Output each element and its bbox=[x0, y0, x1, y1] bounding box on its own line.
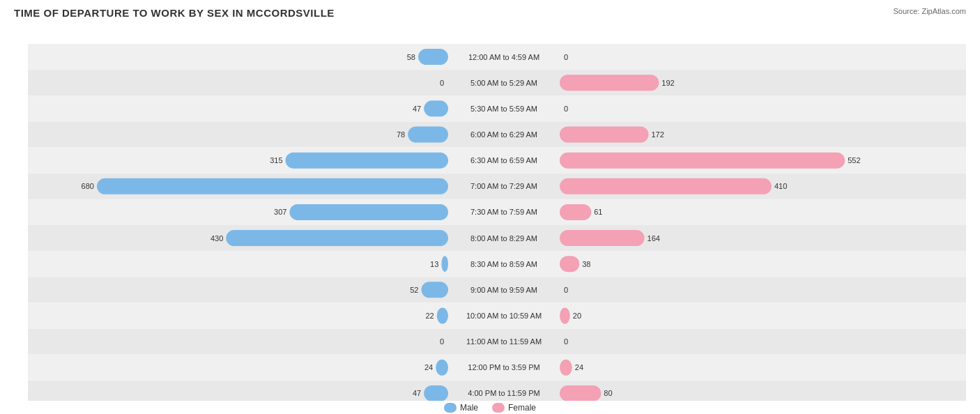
svg-text:47: 47 bbox=[413, 105, 421, 113]
svg-text:410: 410 bbox=[774, 182, 787, 190]
svg-text:0: 0 bbox=[564, 105, 568, 113]
svg-text:20: 20 bbox=[573, 312, 581, 320]
svg-rect-60 bbox=[437, 307, 448, 323]
svg-rect-27 bbox=[560, 126, 648, 142]
svg-text:0: 0 bbox=[440, 79, 444, 87]
svg-text:5:30 AM to 5:59 AM: 5:30 AM to 5:59 AM bbox=[470, 105, 537, 113]
svg-text:7:30 AM to 7:59 AM: 7:30 AM to 7:59 AM bbox=[470, 208, 537, 216]
svg-rect-36 bbox=[97, 178, 448, 194]
svg-text:680: 680 bbox=[82, 182, 94, 190]
svg-text:61: 61 bbox=[594, 208, 602, 216]
svg-rect-52 bbox=[560, 256, 579, 272]
svg-rect-32 bbox=[560, 153, 845, 169]
female-legend-color bbox=[492, 403, 505, 413]
svg-text:307: 307 bbox=[274, 208, 286, 216]
svg-text:6:00 AM to 6:29 AM: 6:00 AM to 6:29 AM bbox=[470, 130, 537, 139]
svg-text:11:00 AM to 11:59 AM: 11:00 AM to 11:59 AM bbox=[466, 337, 542, 346]
male-legend-label: Male bbox=[460, 403, 478, 413]
svg-text:6:30 AM to 6:59 AM: 6:30 AM to 6:59 AM bbox=[470, 156, 537, 164]
svg-text:0: 0 bbox=[564, 53, 568, 61]
svg-text:12:00 AM to 4:59 AM: 12:00 AM to 4:59 AM bbox=[468, 53, 539, 61]
svg-rect-68 bbox=[436, 360, 448, 376]
svg-rect-56 bbox=[421, 282, 448, 298]
svg-rect-31 bbox=[286, 153, 448, 169]
svg-text:12:00 PM to 3:59 PM: 12:00 PM to 3:59 PM bbox=[468, 363, 539, 371]
svg-text:192: 192 bbox=[661, 79, 674, 87]
svg-text:164: 164 bbox=[648, 234, 660, 243]
svg-text:315: 315 bbox=[270, 156, 282, 164]
svg-text:38: 38 bbox=[582, 260, 590, 268]
svg-text:552: 552 bbox=[848, 156, 860, 164]
female-legend-item: Female bbox=[492, 403, 536, 413]
svg-rect-41 bbox=[289, 204, 448, 220]
svg-rect-73 bbox=[424, 385, 448, 401]
svg-rect-22 bbox=[424, 100, 448, 116]
svg-rect-74 bbox=[560, 385, 601, 401]
female-legend-label: Female bbox=[508, 403, 536, 413]
svg-text:4:00 PM to 11:59 PM: 4:00 PM to 11:59 PM bbox=[468, 389, 539, 397]
svg-rect-46 bbox=[226, 230, 448, 246]
svg-text:8:00 AM to 8:29 AM: 8:00 AM to 8:29 AM bbox=[470, 234, 537, 243]
svg-text:80: 80 bbox=[604, 389, 612, 397]
svg-text:52: 52 bbox=[410, 286, 418, 294]
svg-text:430: 430 bbox=[210, 234, 223, 243]
svg-text:7:00 AM to 7:29 AM: 7:00 AM to 7:29 AM bbox=[470, 182, 537, 190]
svg-rect-18 bbox=[560, 75, 659, 91]
chart-title: TIME OF DEPARTURE TO WORK BY SEX IN MCCO… bbox=[14, 7, 966, 19]
svg-rect-37 bbox=[560, 178, 772, 194]
svg-text:0: 0 bbox=[440, 337, 444, 346]
svg-text:0: 0 bbox=[564, 286, 568, 294]
svg-rect-14 bbox=[418, 49, 448, 65]
svg-text:24: 24 bbox=[575, 363, 583, 371]
chart-legend: Male Female bbox=[444, 403, 536, 413]
svg-text:78: 78 bbox=[397, 130, 405, 139]
source-label: Source: ZipAtlas.com bbox=[893, 7, 966, 15]
svg-text:24: 24 bbox=[424, 363, 433, 371]
svg-text:10:00 AM to 10:59 AM: 10:00 AM to 10:59 AM bbox=[466, 312, 542, 320]
svg-rect-69 bbox=[560, 360, 572, 376]
svg-rect-42 bbox=[560, 204, 591, 220]
svg-text:8:30 AM to 8:59 AM: 8:30 AM to 8:59 AM bbox=[470, 260, 537, 268]
chart-container: TIME OF DEPARTURE TO WORK BY SEX IN MCCO… bbox=[0, 0, 980, 414]
svg-text:172: 172 bbox=[651, 130, 664, 139]
male-legend-color bbox=[444, 403, 457, 413]
svg-text:47: 47 bbox=[413, 389, 421, 397]
svg-text:0: 0 bbox=[564, 337, 568, 346]
svg-text:9:00 AM to 9:59 AM: 9:00 AM to 9:59 AM bbox=[470, 286, 537, 294]
svg-text:5:00 AM to 5:29 AM: 5:00 AM to 5:29 AM bbox=[470, 79, 537, 87]
svg-rect-26 bbox=[408, 126, 448, 142]
bar-chart: 12:00 AM to 4:59 AM5805:00 AM to 5:29 AM… bbox=[14, 22, 966, 401]
svg-text:13: 13 bbox=[430, 260, 438, 268]
svg-text:58: 58 bbox=[407, 53, 415, 61]
svg-text:22: 22 bbox=[425, 312, 434, 320]
svg-rect-61 bbox=[560, 307, 570, 323]
svg-rect-47 bbox=[560, 230, 645, 246]
svg-rect-51 bbox=[441, 256, 448, 272]
male-legend-item: Male bbox=[444, 403, 478, 413]
